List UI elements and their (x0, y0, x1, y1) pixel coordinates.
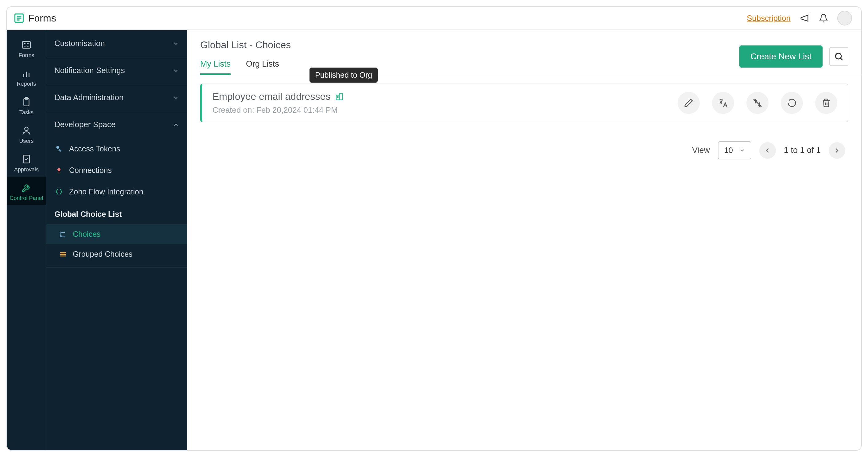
sidenav: Customisation Notification Settings (46, 30, 187, 450)
svg-point-20 (60, 236, 61, 237)
sidenav-section-data-admin[interactable]: Data Administration (46, 84, 187, 111)
rail-label: Reports (17, 81, 36, 87)
svg-line-28 (841, 58, 842, 60)
sidenav-section-notification[interactable]: Notification Settings (46, 57, 187, 84)
svg-point-27 (835, 53, 841, 59)
clipboard-icon (21, 96, 32, 108)
chart-icon (21, 68, 32, 79)
brand: Forms (13, 12, 56, 24)
rail-label: Approvals (14, 166, 39, 173)
svg-rect-18 (59, 171, 59, 173)
rail-tasks[interactable]: Tasks (7, 91, 46, 119)
page-title: Global List - Choices (200, 39, 291, 51)
chevron-up-icon (173, 121, 179, 128)
page-size-select[interactable]: 10 (718, 141, 751, 159)
card-subtitle: Created on: Feb 20,2024 01:44 PM (213, 105, 344, 115)
edit-button[interactable] (678, 92, 700, 114)
page-range: 1 to 1 of 1 (784, 146, 821, 155)
rail-label: Control Panel (9, 195, 43, 202)
prev-page-button[interactable] (759, 142, 776, 159)
rail-control-panel[interactable]: Control Panel (7, 177, 46, 205)
refresh-button[interactable] (781, 92, 803, 114)
form-icon (21, 39, 32, 50)
translate-button[interactable] (712, 92, 734, 114)
icon-rail: Forms Reports (7, 30, 46, 450)
svg-rect-30 (339, 94, 342, 100)
bell-icon[interactable] (818, 13, 829, 23)
grouped-icon (59, 250, 67, 258)
approval-icon (21, 154, 32, 164)
sidenav-section-customisation[interactable]: Customisation (46, 30, 187, 57)
rail-reports[interactable]: Reports (7, 62, 46, 91)
list-icon (59, 230, 67, 239)
tooltip-published: Published to Org (310, 67, 378, 83)
svg-point-19 (60, 232, 61, 233)
tab-org-lists[interactable]: Org Lists (246, 59, 279, 74)
section-title: Notification Settings (54, 66, 125, 75)
svg-point-14 (25, 127, 28, 130)
plug-icon (54, 165, 64, 175)
brand-text: Forms (28, 12, 56, 24)
user-icon (21, 125, 32, 136)
pagination: View 10 1 to 1 of 1 (187, 131, 861, 169)
chevron-down-icon (173, 94, 179, 101)
section-title: Data Administration (54, 93, 123, 102)
section-title: Customisation (54, 39, 105, 48)
leaf-label: Grouped Choices (73, 250, 133, 258)
rail-forms[interactable]: Forms (7, 34, 46, 62)
sidenav-leaf-grouped-choices[interactable]: Grouped Choices (46, 244, 187, 264)
sub-label: Access Tokens (69, 144, 120, 153)
svg-point-17 (57, 168, 61, 171)
leaf-label: Choices (73, 230, 100, 239)
tabs: My Lists Org Lists (200, 59, 291, 74)
sub-label: Zoho Flow Integration (69, 187, 144, 196)
card-title: Employee email addresses (213, 91, 330, 102)
sub-label: Connections (69, 166, 112, 175)
unpublish-button[interactable] (746, 92, 769, 114)
flow-icon (54, 187, 64, 196)
tab-my-lists[interactable]: My Lists (200, 59, 230, 74)
sidenav-item-connections[interactable]: Connections (46, 159, 187, 181)
delete-button[interactable] (815, 92, 837, 114)
chevron-down-icon (173, 67, 179, 74)
announce-icon[interactable] (799, 13, 810, 23)
sidenav-group-title: Global Choice List (46, 203, 187, 224)
svg-rect-25 (60, 254, 66, 255)
svg-line-33 (753, 99, 762, 107)
rail-label: Tasks (19, 109, 33, 116)
svg-rect-4 (23, 41, 30, 49)
rail-label: Forms (19, 52, 34, 59)
search-button[interactable] (829, 47, 848, 66)
sidenav-leaf-choices[interactable]: Choices (46, 224, 187, 244)
view-label: View (692, 146, 710, 155)
list-card[interactable]: Published to Org Employee email addresse… (200, 84, 848, 122)
subscription-link[interactable]: Subscription (747, 13, 790, 23)
rail-label: Users (19, 138, 33, 144)
next-page-button[interactable] (829, 142, 845, 159)
create-new-list-button[interactable]: Create New List (739, 45, 823, 67)
section-title: Developer Space (54, 120, 116, 129)
topbar: Forms Subscription (7, 7, 861, 30)
brand-icon (13, 12, 25, 24)
sidenav-item-access-tokens[interactable]: Access Tokens (46, 138, 187, 159)
sidenav-section-devspace[interactable]: Developer Space Access Tokens (46, 111, 187, 267)
avatar[interactable] (837, 11, 852, 26)
tools-icon (21, 182, 32, 193)
sidenav-item-zoho-flow[interactable]: Zoho Flow Integration (46, 181, 187, 203)
publish-org-icon (335, 92, 344, 101)
svg-rect-24 (60, 252, 66, 253)
svg-point-16 (56, 146, 59, 149)
page-size-value: 10 (724, 146, 733, 155)
chevron-down-icon (739, 147, 745, 154)
key-icon (54, 144, 64, 153)
chevron-down-icon (173, 40, 179, 47)
main-content: Global List - Choices My Lists Org Lists… (187, 30, 861, 450)
svg-rect-26 (60, 255, 66, 256)
rail-users[interactable]: Users (7, 119, 46, 148)
rail-approvals[interactable]: Approvals (7, 148, 46, 177)
